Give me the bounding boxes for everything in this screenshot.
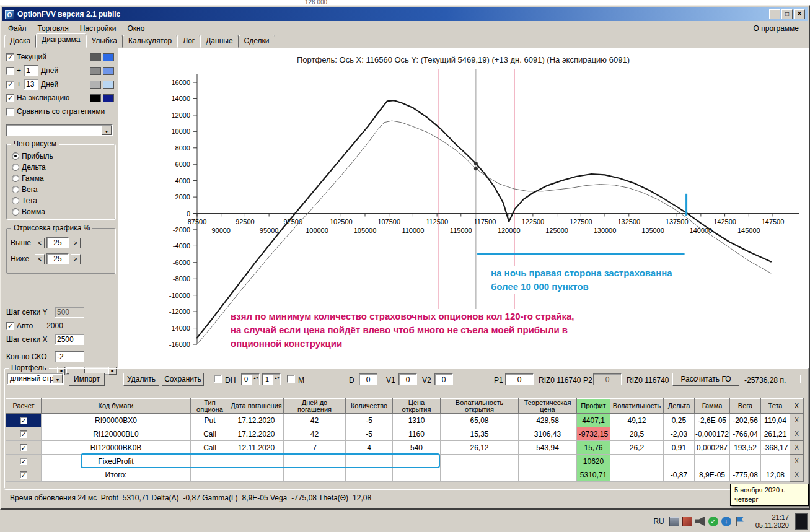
layer-plus1-checkbox[interactable] <box>6 67 14 75</box>
delete-row-button[interactable]: X <box>790 468 804 482</box>
men u-about[interactable]: О программе <box>745 22 808 35</box>
tray-volume-icon[interactable] <box>695 517 705 526</box>
compare-strategies-checkbox[interactable] <box>6 108 14 116</box>
radio-gamma[interactable] <box>12 175 19 182</box>
titlebar[interactable]: O OptionFVV версия 2.1 public <box>2 7 808 21</box>
calc-cell[interactable] <box>6 455 42 468</box>
tab-diagram[interactable]: Диаграмма <box>36 33 86 48</box>
col-header[interactable]: Волатильность открытия <box>441 399 519 414</box>
table-row[interactable]: FixedProfit10620X <box>6 455 804 468</box>
row-checkbox[interactable] <box>20 417 27 424</box>
calc-cell[interactable] <box>6 414 42 427</box>
col-header[interactable]: Цена открытия <box>393 399 441 414</box>
d-input[interactable] <box>359 373 377 385</box>
col-header[interactable]: Дней до погашения <box>284 399 346 414</box>
auto-grid-checkbox[interactable] <box>6 322 14 330</box>
plus13-color2-swatch[interactable] <box>103 81 114 89</box>
dh-checkbox[interactable] <box>214 375 222 383</box>
col-header[interactable]: Тип опциона <box>191 399 229 414</box>
language-indicator[interactable]: RU <box>648 515 669 528</box>
below-percent-input[interactable] <box>46 253 69 264</box>
row-checkbox[interactable] <box>20 430 27 438</box>
chevron-down-icon[interactable] <box>102 126 112 135</box>
row-checkbox[interactable] <box>20 458 27 465</box>
show-desktop-corner[interactable] <box>795 513 808 530</box>
delete-row-button[interactable]: X <box>790 414 804 427</box>
menu-window[interactable]: Окно <box>122 22 151 35</box>
menu-trading[interactable]: Торговля <box>32 22 74 35</box>
above-decrease-button[interactable]: < <box>35 238 45 248</box>
calc-cell[interactable] <box>6 441 42 455</box>
radio-vega[interactable] <box>12 186 19 193</box>
col-header[interactable]: Количество <box>346 399 393 414</box>
col-header[interactable]: Дельта <box>664 399 695 414</box>
tab-smile[interactable]: Улыбка <box>86 35 123 48</box>
layer-expiration-checkbox[interactable] <box>6 94 14 102</box>
calc-cell[interactable] <box>6 468 42 482</box>
tab-board[interactable]: Доска <box>4 35 36 48</box>
draw-option-vomma[interactable]: Вомма <box>12 206 110 217</box>
tab-trades[interactable]: Сделки <box>239 35 275 48</box>
draw-option-vega[interactable]: Вега <box>12 184 110 195</box>
m-checkbox[interactable] <box>287 375 295 383</box>
table-row[interactable]: RI90000BX0Put17.12.202042-5131065,08428,… <box>6 414 804 427</box>
p1-input[interactable] <box>505 373 534 385</box>
tab-data[interactable]: Данные <box>200 35 238 48</box>
radio-theta[interactable] <box>12 197 19 204</box>
plus1-color2-swatch[interactable] <box>103 67 114 75</box>
clock[interactable]: 21:17 05.11.2020 <box>755 513 789 530</box>
calc-cell[interactable] <box>6 427 42 441</box>
plus1-days-input[interactable] <box>24 65 38 76</box>
col-header[interactable]: Гамма <box>695 399 730 414</box>
close-button[interactable] <box>794 9 805 19</box>
col-header[interactable]: Волатильность <box>610 399 664 414</box>
expiration-color2-swatch[interactable] <box>103 94 114 102</box>
col-header[interactable]: Вега <box>730 399 761 414</box>
tab-calculator[interactable]: Калькулятор <box>123 35 177 48</box>
preset-dropdown[interactable]: длинный стре <box>7 373 64 385</box>
col-header[interactable]: Профит <box>577 399 610 414</box>
col-header[interactable]: Код бумаги <box>42 399 191 414</box>
save-button[interactable]: Сохранить <box>162 373 204 386</box>
minimize-button[interactable] <box>769 9 780 19</box>
expiration-color1-swatch[interactable] <box>90 94 101 102</box>
chevron-down-icon[interactable] <box>53 374 63 383</box>
maximize-button[interactable] <box>781 9 793 19</box>
above-increase-button[interactable]: > <box>71 238 81 248</box>
plus13-days-input[interactable] <box>24 79 38 90</box>
menu-file[interactable]: Файл <box>2 22 32 35</box>
draw-option-gamma[interactable]: Гамма <box>12 173 110 184</box>
delete-row-button[interactable]: X <box>790 455 804 468</box>
row-checkbox[interactable] <box>20 444 27 451</box>
below-increase-button[interactable]: > <box>71 254 81 264</box>
dh-spinner-2[interactable]: 1 <box>262 373 281 385</box>
col-header[interactable]: Расчет <box>6 399 42 414</box>
tray-update-icon[interactable] <box>721 517 731 526</box>
table-row[interactable]: RI120000BK0BCall12.11.20207454026,12543,… <box>6 441 804 455</box>
col-header[interactable]: X <box>790 399 804 414</box>
dh-spinner-1[interactable]: 0 <box>241 373 260 385</box>
tray-keyboard-icon[interactable] <box>669 517 679 526</box>
menu-settings[interactable]: Настройки <box>74 22 122 35</box>
layer-plus13-checkbox[interactable] <box>6 81 14 89</box>
tray-package-icon[interactable] <box>682 517 692 526</box>
strategy-dropdown[interactable] <box>6 124 113 136</box>
table-row[interactable]: Итого:5310,71-0,878,9E-05-775,0812,08X <box>6 468 804 482</box>
collapse-button[interactable] <box>800 375 808 383</box>
plus13-color1-swatch[interactable] <box>90 81 101 89</box>
radio-profit[interactable] <box>12 152 19 160</box>
current-color2-swatch[interactable] <box>103 53 114 61</box>
delete-row-button[interactable]: X <box>790 427 804 441</box>
calc-margin-button[interactable]: Рассчитать ГО <box>672 373 739 386</box>
col-header[interactable]: Тета <box>761 399 790 414</box>
col-header[interactable]: Теоретическая цена <box>519 399 577 414</box>
tray-flag-icon[interactable] <box>734 517 744 526</box>
draw-option-theta[interactable]: Тета <box>12 195 110 206</box>
table-row[interactable]: RI120000BL0Call17.12.202042-5116015,3531… <box>6 427 804 441</box>
col-header[interactable]: Дата погашения <box>229 399 284 414</box>
sko-input[interactable] <box>55 351 84 362</box>
plus1-color1-swatch[interactable] <box>90 67 101 75</box>
grid-x-input[interactable] <box>55 334 84 345</box>
draw-option-delta[interactable]: Дельта <box>12 162 110 173</box>
v2-input[interactable] <box>434 373 453 385</box>
